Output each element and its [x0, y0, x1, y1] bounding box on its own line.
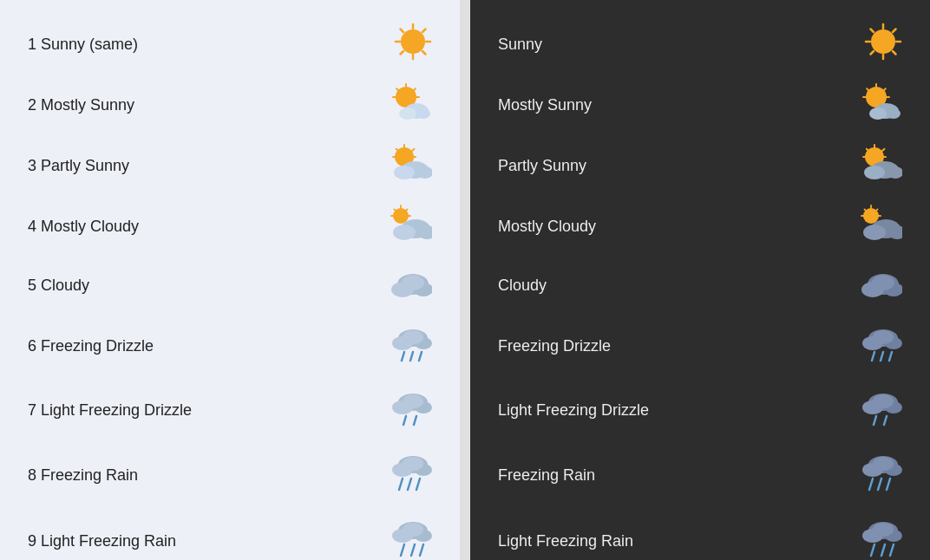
svg-line-128 [884, 416, 887, 425]
svg-point-52 [403, 394, 423, 408]
weather-icon [389, 451, 432, 499]
svg-point-58 [403, 457, 423, 471]
list-item: 7 Light Freezing Drizzle [21, 378, 439, 442]
svg-line-54 [414, 416, 416, 425]
weather-label: Sunny [498, 36, 542, 54]
panel-divider [460, 0, 470, 560]
svg-point-92 [869, 107, 887, 120]
weather-icon [389, 144, 432, 187]
list-item: 4 Mostly Cloudy [21, 196, 439, 257]
svg-line-82 [871, 51, 874, 55]
svg-line-107 [865, 210, 867, 212]
weather-icon [859, 23, 902, 66]
weather-label: 3 Partly Sunny [28, 157, 129, 175]
list-item: Light Freezing Drizzle [491, 378, 909, 442]
svg-line-48 [419, 352, 422, 361]
svg-line-81 [893, 29, 896, 33]
svg-point-45 [403, 330, 423, 344]
weather-label: Freezing Rain [498, 466, 595, 485]
svg-line-47 [410, 352, 413, 361]
light-panel: 1 Sunny (same)2 Mostly Sunny3 Partly Sun… [0, 0, 460, 560]
weather-icon [389, 205, 432, 248]
weather-label: Partly Sunny [498, 157, 586, 175]
list-item: 3 Partly Sunny [21, 135, 439, 196]
weather-icon [389, 83, 432, 127]
svg-point-119 [873, 330, 894, 344]
dark-panel: SunnyMostly SunnyPartly SunnyMostly Clou… [470, 0, 930, 560]
list-item: 8 Freezing Rain [21, 442, 439, 508]
weather-icon [859, 83, 902, 127]
weather-label: 9 Light Freezing Rain [28, 532, 176, 550]
svg-point-19 [416, 108, 430, 119]
svg-line-134 [878, 479, 881, 490]
svg-line-135 [887, 479, 890, 490]
weather-icon [389, 387, 432, 433]
list-item: Freezing Rain [491, 442, 909, 508]
svg-line-142 [890, 544, 894, 556]
weather-icon [859, 265, 902, 305]
svg-line-141 [881, 544, 885, 556]
svg-line-99 [882, 149, 885, 152]
list-item: Mostly Cloudy [491, 196, 909, 257]
weather-icon [389, 265, 432, 305]
weather-label: 5 Cloudy [28, 277, 89, 295]
weather-icon [859, 144, 902, 187]
svg-line-60 [408, 479, 411, 490]
svg-line-127 [874, 416, 876, 425]
list-item: Cloudy [491, 257, 909, 314]
svg-line-61 [416, 479, 420, 490]
svg-line-88 [867, 88, 869, 91]
weather-label: 8 Freezing Rain [28, 466, 138, 485]
list-item: Sunny [491, 14, 909, 75]
svg-point-18 [399, 107, 416, 120]
weather-label: 6 Freezing Drizzle [28, 337, 154, 355]
svg-line-98 [867, 149, 869, 152]
svg-point-115 [872, 275, 894, 290]
svg-line-59 [399, 479, 403, 490]
svg-point-36 [393, 225, 416, 240]
svg-line-66 [401, 544, 404, 556]
weather-icon [389, 517, 432, 560]
svg-line-16 [413, 88, 416, 91]
svg-line-5 [401, 29, 404, 33]
svg-line-53 [403, 416, 406, 425]
svg-line-90 [883, 88, 886, 91]
svg-line-67 [411, 544, 415, 556]
svg-line-7 [422, 29, 426, 33]
weather-label: Freezing Drizzle [498, 337, 611, 355]
svg-point-93 [887, 108, 901, 119]
svg-line-133 [869, 479, 873, 490]
list-item: 2 Mostly Sunny [21, 75, 439, 135]
list-item: 1 Sunny (same) [21, 14, 439, 75]
weather-icon [859, 322, 902, 369]
svg-point-27 [394, 166, 415, 179]
svg-line-34 [405, 210, 407, 212]
svg-point-41 [402, 275, 424, 290]
svg-line-140 [871, 544, 874, 556]
svg-point-132 [873, 457, 894, 471]
weather-label: Mostly Sunny [498, 96, 592, 114]
list-item: Light Freezing Rain [491, 508, 909, 560]
svg-line-6 [422, 51, 426, 55]
weather-icon [389, 23, 432, 66]
list-item: Freezing Drizzle [491, 314, 909, 378]
weather-icon [389, 322, 432, 369]
svg-line-121 [881, 352, 883, 361]
svg-point-101 [864, 166, 885, 179]
svg-line-108 [875, 210, 877, 212]
weather-label: 1 Sunny (same) [28, 36, 138, 54]
list-item: 6 Freezing Drizzle [21, 314, 439, 378]
weather-label: 4 Mostly Cloudy [28, 218, 139, 236]
svg-line-46 [402, 352, 404, 361]
svg-line-25 [412, 149, 415, 152]
svg-line-8 [401, 51, 404, 55]
weather-label: Mostly Cloudy [498, 218, 596, 236]
svg-line-80 [893, 51, 896, 55]
weather-label: Light Freezing Drizzle [498, 401, 649, 420]
list-item: Partly Sunny [491, 135, 909, 196]
weather-label: 7 Light Freezing Drizzle [28, 401, 192, 420]
weather-label: 2 Mostly Sunny [28, 96, 134, 114]
weather-icon [859, 517, 902, 560]
svg-line-24 [396, 149, 399, 152]
weather-icon [859, 387, 902, 433]
